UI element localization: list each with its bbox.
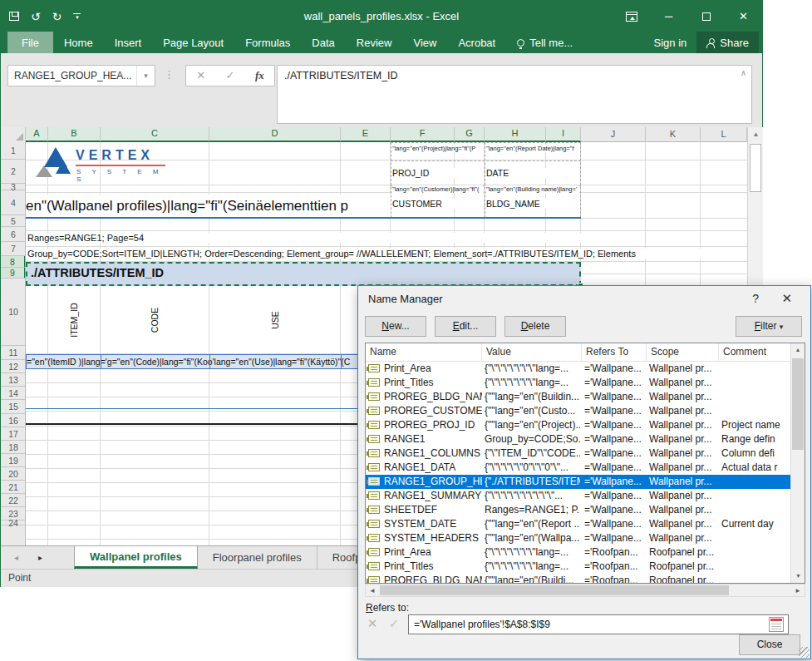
edit-button[interactable]: Edit... xyxy=(435,316,496,337)
col-header-value[interactable]: Value xyxy=(482,343,582,362)
row-header-13[interactable]: 13 xyxy=(1,373,26,387)
vertical-scroll-thumb[interactable] xyxy=(750,144,761,192)
name-row[interactable]: PROREG_CUSTOMER{""lang="en"(Custo...='Wa… xyxy=(366,404,792,418)
sign-in-link[interactable]: Sign in xyxy=(644,32,697,53)
cell-A6[interactable]: Ranges=RANGE1; Page=54 xyxy=(27,233,609,243)
dialog-close-button[interactable]: Close xyxy=(739,634,800,655)
ribbon-tab-file[interactable]: File xyxy=(7,32,53,53)
sheet-tab-floorpanel-profiles[interactable]: Floorpanel profiles xyxy=(198,546,317,569)
refers-cancel-icon[interactable]: ✕ xyxy=(362,614,382,633)
row-header-9[interactable]: 9 xyxy=(1,268,26,279)
column-header-C[interactable]: C xyxy=(101,127,209,142)
ribbon-tab-home[interactable]: Home xyxy=(53,32,104,53)
minimize-button[interactable]: ─ xyxy=(650,1,687,32)
ribbon-tab-view[interactable]: View xyxy=(402,32,447,53)
scroll-up-icon[interactable]: ▲ xyxy=(748,127,764,142)
column-header-D[interactable]: D xyxy=(209,127,341,142)
name-row[interactable]: Print_Area{"\"\"\"\"\"\"\"lang=...='Roof… xyxy=(366,545,792,560)
name-row[interactable]: RANGE1Group_by=CODE;So...='Wallpane...Wa… xyxy=(366,432,792,446)
row-header-24[interactable]: 24 xyxy=(1,520,26,525)
cell-A4-title[interactable]: en"(Wallpanel profiles)|lang="fi"(Seinäe… xyxy=(26,195,391,218)
row-header-3[interactable]: 3 xyxy=(1,184,26,190)
column-header-B[interactable]: B xyxy=(48,127,101,142)
row-header-19[interactable]: 19 xyxy=(1,454,26,467)
cell-F3[interactable]: "lang="en"(Customer)|lang="fi"( xyxy=(392,185,483,193)
cell-H4[interactable]: BLDG_NAME xyxy=(486,199,579,209)
row-header-2[interactable]: 2 xyxy=(1,160,26,184)
row-header-14[interactable]: 14 xyxy=(1,387,26,400)
maximize-button[interactable] xyxy=(687,1,725,32)
ribbon-tab-insert[interactable]: Insert xyxy=(104,32,153,53)
tab-tell-me[interactable]: Tell me... xyxy=(506,32,583,53)
ribbon-tab-acrobat[interactable]: Acrobat xyxy=(447,32,506,53)
row-header-7[interactable]: 7 xyxy=(1,242,26,256)
name-row[interactable]: Print_Titles{"\"\"\"\"\"\"\"lang=...='Ro… xyxy=(366,560,792,574)
col-header-scope[interactable]: Scope xyxy=(647,343,719,362)
list-vertical-scrollbar[interactable]: ▲ ▼ xyxy=(790,343,805,583)
cell-F2[interactable]: PROJ_ID xyxy=(392,168,483,178)
row-header-1[interactable]: 1 xyxy=(1,142,26,160)
ribbon-tab-review[interactable]: Review xyxy=(346,32,403,53)
row-header-12[interactable]: 12 xyxy=(1,360,26,373)
col-header-refers-to[interactable]: Refers To xyxy=(582,343,647,362)
column-header-G[interactable]: G xyxy=(455,127,485,142)
tab-scroll-left-icon[interactable]: ◂ xyxy=(14,553,18,562)
row-header-8[interactable]: 8 xyxy=(1,256,26,268)
rotated-header-use[interactable]: USE xyxy=(268,286,283,354)
row-header-15[interactable]: 15 xyxy=(1,400,26,414)
row-header-18[interactable]: 18 xyxy=(1,441,26,454)
row-header-17[interactable]: 17 xyxy=(1,427,26,441)
name-row[interactable]: RANGE1_COLUMNS{"\"ITEM_ID"\"CODE...='Wal… xyxy=(366,446,792,461)
dialog-help-button[interactable]: ? xyxy=(752,292,759,305)
ribbon-display-options-button[interactable] xyxy=(613,1,650,32)
filter-button[interactable]: Filter ▾ xyxy=(736,316,802,337)
list-scroll-down-icon[interactable]: ▼ xyxy=(791,570,805,583)
row-header-16[interactable]: 16 xyxy=(1,414,26,427)
sheet-tab-wallpanel-profiles[interactable]: Wallpanel profiles xyxy=(74,546,198,569)
cell-H2[interactable]: DATE xyxy=(486,168,579,178)
column-header-K[interactable]: K xyxy=(646,127,701,142)
tab-scroll-right-icon[interactable]: ▸ xyxy=(38,553,42,562)
row-header-20[interactable]: 20 xyxy=(1,467,26,481)
list-scroll-right-icon[interactable]: ► xyxy=(791,585,805,597)
name-box-dropdown-icon[interactable]: ▾ xyxy=(136,66,155,86)
rotated-header-code[interactable]: CODE xyxy=(147,286,162,354)
list-scroll-thumb[interactable] xyxy=(792,358,804,450)
column-header-J[interactable]: J xyxy=(581,127,646,142)
column-header-E[interactable]: E xyxy=(341,127,391,142)
selected-range-A8-I9[interactable]: ./ATTRIBUTES/ITEM_ID xyxy=(26,262,581,286)
share-button[interactable]: Share xyxy=(696,32,759,53)
ribbon-tab-data[interactable]: Data xyxy=(301,32,345,53)
list-hscroll-thumb[interactable] xyxy=(380,585,729,595)
row-header-10[interactable]: 10 xyxy=(1,279,26,346)
resize-grip[interactable] xyxy=(799,647,810,658)
new-button[interactable]: New... xyxy=(365,316,426,337)
list-scroll-left-icon[interactable]: ◄ xyxy=(366,585,379,597)
row-header-21[interactable]: 21 xyxy=(1,481,26,494)
cell-F1[interactable]: "lang="en"(Project)|lang="fi"(P xyxy=(392,145,483,152)
name-row[interactable]: PROREG_PROJ_ID{""lang="en"(Project)...='… xyxy=(366,418,792,432)
col-header-comment[interactable]: Comment xyxy=(719,343,792,362)
cell-A7[interactable]: Group_by=CODE;Sort=ITEM_ID|LENGTH; Order… xyxy=(27,249,747,259)
name-row[interactable]: RANGE1_GROUP_HEA...{"./ATTRIBUTES/ITEM..… xyxy=(366,475,792,489)
column-header-H[interactable]: H xyxy=(485,127,546,142)
row-header-5[interactable]: 5 xyxy=(1,215,26,227)
name-row[interactable]: SYSTEM_HEADERS{""lang="en"(Wallpa...='Wa… xyxy=(366,531,792,545)
ribbon-tab-formulas[interactable]: Formulas xyxy=(234,32,301,53)
formula-bar[interactable]: ./ATTRIBUTES/ITEM_ID ∧ xyxy=(277,65,752,124)
column-header-I[interactable]: I xyxy=(546,127,581,142)
row-header-6[interactable]: 6 xyxy=(1,227,26,242)
column-header-A[interactable]: A xyxy=(26,127,48,142)
col-header-name[interactable]: Name xyxy=(366,343,482,362)
confirm-entry-icon[interactable]: ✓ xyxy=(215,66,244,86)
name-row[interactable]: RANGE1_SUMMARY{"\"\"\"\"\"\"\"\"\"\"...=… xyxy=(366,489,792,503)
collapse-formula-bar-icon[interactable]: ∧ xyxy=(741,68,746,77)
ribbon-tab-page-layout[interactable]: Page Layout xyxy=(152,32,234,53)
collapse-range-icon[interactable] xyxy=(769,617,784,632)
rotated-header-item-id[interactable]: ITEM_ID xyxy=(66,286,81,354)
cell-F4[interactable]: CUSTOMER xyxy=(392,199,483,209)
name-row[interactable]: PROREG_BLDG_NAME{""lang="en"(Buildi...='… xyxy=(366,574,792,584)
list-horizontal-scrollbar[interactable]: ◄ ► xyxy=(365,584,805,597)
name-row[interactable]: RANGE1_DATA{"\"\"\"\"\"0"\"\"0"\"...='Wa… xyxy=(366,461,792,475)
name-row[interactable]: SHEETDEFRanges=RANGE1; P...='Wallpane...… xyxy=(366,503,792,517)
